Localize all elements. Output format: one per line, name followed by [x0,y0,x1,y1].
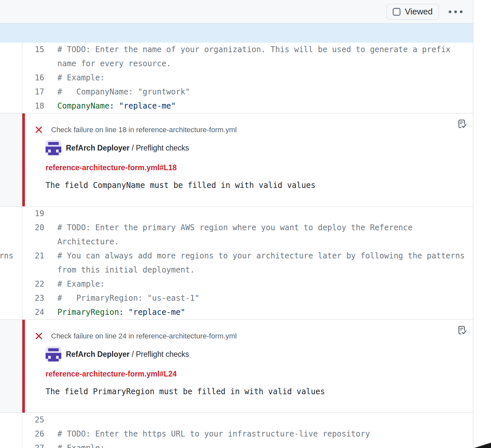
code-line-row[interactable]: 26 # TODO: Enter the https URL to your i… [22,427,473,441]
line-number[interactable]: 21 [22,249,57,277]
check-app-row: RefArch Deployer / Preflight checks [46,140,460,156]
code-segment: "replace-me" [119,101,176,111]
code-segment: "replace-me" [128,308,185,317]
line-number[interactable]: 26 [22,427,57,441]
code-pane: 25 26 # TODO: Enter the https URL to you… [22,413,473,448]
line-content: CompanyName: "replace-me" [57,99,473,113]
code-segment: # Example: [57,279,105,289]
check-failure-x-icon [35,126,43,133]
line-content: # Example: [57,71,473,85]
code-line-row[interactable]: 17 # CompanyName: "gruntwork" [22,85,473,99]
line-content: # Example: [57,441,473,448]
file-header-bar: Viewed [0,0,473,24]
code-section: 25 26 # TODO: Enter the https URL to you… [0,413,473,448]
annotation-file-link[interactable]: reference-architecture-form.yml#L24 [46,370,177,378]
line-content [57,413,473,427]
code-pane: 19 20 # TODO: Enter the primary AWS regi… [22,207,473,319]
line-content: # TODO: Enter the name of your organizat… [57,43,473,71]
check-run-name: RefArch Deployer / Preflight checks [66,350,189,359]
code-line-row[interactable]: 24 PrimaryRegion: "replace-me" [22,305,473,319]
left-pane-overflow-text: rns [0,249,13,263]
code-pane: 15 # TODO: Enter the name of your organi… [22,43,473,113]
viewed-checkbox-icon[interactable] [393,8,401,16]
line-number[interactable]: 25 [22,413,57,427]
diff-sections: 15 # TODO: Enter the name of your organi… [0,43,473,448]
code-segment: # Example: [57,73,105,82]
code-segment: # PrimaryRegion: "us-east-1" [57,294,199,303]
check-annotation-section: Check failure on line 18 in reference-ar… [0,113,473,207]
annotation-title: Check failure on line 24 in reference-ar… [51,332,237,340]
mouse-cursor [474,442,491,448]
code-line-row[interactable]: 18 CompanyName: "replace-me" [22,99,473,113]
code-segment: # You can always add more regions to you… [57,251,469,275]
line-content: # TODO: Enter the https URL to your infr… [57,427,473,441]
check-annotation-section: Check failure on line 24 in reference-ar… [0,319,473,413]
line-number[interactable]: 18 [22,99,57,113]
code-line-row[interactable]: 23 # PrimaryRegion: "us-east-1" [22,291,473,305]
line-number[interactable]: 24 [22,305,57,319]
line-content: PrimaryRegion: "replace-me" [57,305,473,319]
line-number[interactable]: 19 [22,207,57,221]
view-workflow-file-button[interactable] [455,117,468,132]
check-name-suffix: / Preflight checks [129,350,189,358]
line-number[interactable]: 27 [22,441,57,448]
check-failure-x-icon [35,332,43,340]
check-app-name: RefArch Deployer [66,350,129,358]
annotation-file-link[interactable]: reference-architecture-form.yml#L18 [46,163,177,172]
left-pane-sliver [0,320,22,413]
kebab-dot-icon [449,10,451,13]
line-number[interactable]: 20 [22,221,57,249]
check-run-name: RefArch Deployer / Preflight checks [66,144,189,153]
annotation-message: The field PrimaryRegion must be filled i… [46,387,460,396]
check-failure-annotation: Check failure on line 18 in reference-ar… [22,113,473,206]
line-number[interactable]: 16 [22,71,57,85]
code-section: 15 # TODO: Enter the name of your organi… [0,43,473,113]
code-segment: : [109,101,119,111]
code-line-row[interactable]: 16 # Example: [22,71,473,85]
code-segment: : [119,308,128,317]
code-segment: # Example: [57,443,105,448]
check-app-row: RefArch Deployer / Preflight checks [46,346,460,362]
code-section: rns 19 20 # TODO: Enter the primary AWS … [0,207,473,319]
code-line-row[interactable]: 15 # TODO: Enter the name of your organi… [22,43,473,71]
kebab-dot-icon [460,10,462,13]
code-segment: CompanyName [57,101,109,111]
code-line-row[interactable]: 25 [22,413,473,427]
check-failure-annotation: Check failure on line 24 in reference-ar… [22,320,473,413]
refarch-deployer-avatar[interactable] [46,346,61,362]
checklist-check-icon [457,125,467,130]
hunk-header-row [0,24,473,43]
check-app-name: RefArch Deployer [66,144,129,152]
annotation-title-row: Check failure on line 24 in reference-ar… [35,332,460,340]
code-line-row[interactable]: 20 # TODO: Enter the primary AWS region … [22,221,473,249]
code-segment: # TODO: Enter the name of your organizat… [57,45,455,68]
kebab-menu-button[interactable] [447,7,464,16]
view-workflow-file-button[interactable] [455,324,468,338]
line-number[interactable]: 17 [22,85,57,99]
line-content: # TODO: Enter the primary AWS region whe… [57,221,473,249]
annotation-message: The field CompanyName must be filled in … [46,181,460,190]
line-content: # Example: [57,277,473,291]
line-content [57,207,473,221]
code-line-row[interactable]: 19 [22,207,473,221]
refarch-deployer-avatar[interactable] [46,140,61,156]
viewed-label: Viewed [405,7,433,17]
code-segment: # CompanyName: "gruntwork" [57,87,190,96]
left-pane-sliver [0,113,22,206]
code-segment: # TODO: Enter the primary AWS region whe… [57,223,417,246]
line-number[interactable]: 15 [22,43,57,71]
left-pane-sliver [0,413,22,448]
line-content: # CompanyName: "gruntwork" [57,85,473,99]
code-segment: # TODO: Enter the https URL to your infr… [57,429,370,438]
line-number[interactable]: 22 [22,277,57,291]
code-line-row[interactable]: 21 # You can always add more regions to … [22,249,473,277]
line-content: # You can always add more regions to you… [57,249,473,277]
code-segment: PrimaryRegion [57,308,119,317]
annotation-title-row: Check failure on line 18 in reference-ar… [35,125,460,134]
checklist-check-icon [457,332,467,336]
code-line-row[interactable]: 22 # Example: [22,277,473,291]
viewed-toggle-button[interactable]: Viewed [386,4,439,20]
code-line-row[interactable]: 27 # Example: [22,441,473,448]
line-number[interactable]: 23 [22,291,57,305]
left-pane-sliver: rns [0,207,22,319]
